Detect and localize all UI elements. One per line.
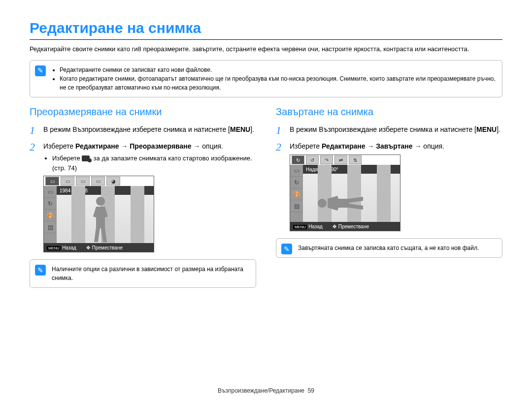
step-number: 2 (30, 141, 38, 252)
step-number: 2 (276, 141, 285, 231)
tool-icon: ▤ (290, 200, 303, 212)
step-text: Изберете (43, 142, 75, 150)
person-silhouette-icon (87, 197, 114, 242)
person-silhouette-icon (318, 188, 377, 218)
step-text: ]. (250, 125, 254, 133)
thumb-size-icon: ▭ (61, 177, 74, 185)
note-icon: ✎ (281, 244, 292, 254)
step-text: В режим Възпроизвеждане изберете снимка … (43, 125, 230, 133)
back-label: Назад (62, 245, 76, 250)
resize-note-box: ✎ Наличните опции са различни в зависимо… (30, 259, 256, 288)
move-label: Преместване (86, 244, 123, 251)
menu-key: MENU (476, 125, 497, 133)
camera-preview-resize: ▭ ▭ ▭ ▭ ◕ ▭ ↻ 🎨 ▤ 19 (43, 176, 154, 252)
footer-section: Възпроизвеждане/Редактиране (218, 387, 304, 394)
tool-icon: ▭ (290, 165, 303, 177)
step-body: Изберете Редактиране → Преоразмеряване →… (43, 141, 256, 252)
section-heading-resize: Преоразмеряване на снимки (30, 106, 256, 118)
step-body: В режим Възпроизвеждане изберете снимка … (290, 124, 502, 136)
tool-icon: ↻ (44, 198, 57, 210)
step-bold: Редактиране (75, 142, 119, 150)
rotate-option-icon: ⇅ (349, 155, 362, 164)
resize-section: Преоразмеряване на снимки 1 В режим Възп… (30, 106, 256, 297)
thumb-size-icon: ▭ (45, 177, 59, 185)
rotate-option-icon: ↺ (306, 155, 319, 164)
resize-note-text: Наличните опции са различни в зависимост… (52, 265, 250, 282)
note-icon: ✎ (35, 265, 46, 276)
step-number: 1 (30, 124, 38, 136)
menu-key-icon: MENU (47, 246, 61, 250)
arrow: → (119, 142, 130, 150)
step-body: В режим Възпроизвеждане изберете снимка … (43, 124, 256, 136)
move-label: Преместване (332, 223, 369, 230)
step-text: → опция. (192, 142, 223, 150)
rotate-option-icon: ⇄ (334, 155, 347, 164)
tool-icon: 🎨 (44, 210, 57, 221)
menu-key-icon: MENU (293, 225, 307, 229)
step-bold: Завъртане (376, 142, 412, 150)
step-text: В режим Възпроизвеждане изберете снимка … (290, 125, 476, 133)
section-heading-rotate: Завъртане на снимка (276, 106, 502, 118)
page-title: Редактиране на снимка (30, 20, 502, 40)
tool-icon: ↻ (290, 177, 303, 188)
top-note-bullet: Когато редактирате снимки, фотоапаратът … (60, 74, 496, 92)
menu-key: MENU (230, 125, 250, 133)
tool-icon: ▭ (44, 186, 57, 198)
thumb-size-icon: ◕ (106, 177, 120, 185)
step-text: → опция. (413, 142, 444, 150)
start-image-icon (82, 155, 90, 161)
step-text: ]. (497, 125, 500, 133)
sub-bullet: Изберете , за да запазите снимката като … (52, 154, 256, 173)
note-icon: ✎ (35, 65, 46, 76)
tool-icon: 🎨 (290, 188, 303, 200)
tool-icon: ▤ (44, 221, 57, 233)
step-body: Изберете Редактиране → Завъртане → опция… (290, 141, 502, 231)
rotate-option-icon: ↻ (292, 155, 304, 164)
rotate-note-text: Завъртяната снимка се записва като същат… (298, 244, 496, 252)
step-number: 1 (276, 124, 285, 136)
rotate-option-icon: ↷ (320, 155, 333, 164)
thumb-size-icon: ▭ (91, 177, 105, 185)
page-footer: Възпроизвеждане/Редактиране 59 (0, 387, 532, 394)
arrow: → (366, 142, 376, 150)
sub-bullet-text: Изберете (52, 154, 82, 162)
thumb-size-icon: ▭ (76, 177, 90, 185)
step-text: Изберете (290, 142, 322, 150)
step-bold: Преоразмеряване (130, 142, 191, 150)
top-note-box: ✎ Редактираните снимки се записват като … (30, 60, 502, 97)
rotate-note-box: ✎ Завъртяната снимка се записва като същ… (276, 238, 502, 258)
back-label: Назад (308, 224, 323, 229)
intro-text: Редкатирайте своите снимки като ги8 прео… (30, 45, 502, 54)
step-bold: Редактиране (322, 142, 366, 150)
footer-page-number: 59 (308, 387, 314, 394)
rotate-section: Завъртане на снимка 1 В режим Възпроизве… (276, 106, 502, 297)
top-note-bullet: Редактираните снимки се записват като но… (60, 65, 496, 74)
camera-preview-rotate: ↻ ↺ ↷ ⇄ ⇅ ▭ ↻ 🎨 ▤ На (290, 154, 400, 231)
